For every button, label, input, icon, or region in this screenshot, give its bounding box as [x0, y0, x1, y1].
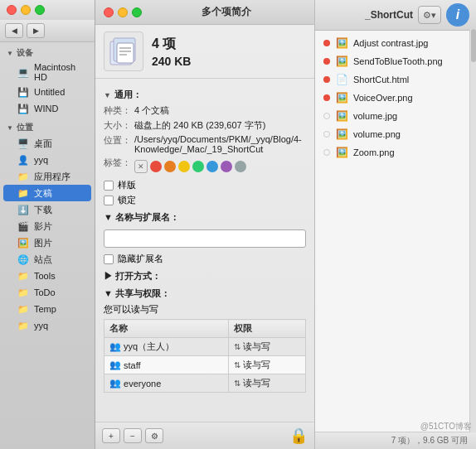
file-name-4: volume.jpg [353, 111, 397, 121]
pictures-icon: 🖼️ [17, 236, 30, 249]
file-name-2: ShortCut.html [353, 75, 409, 84]
name-section-header[interactable]: ▼ 名称与扩展名： [104, 211, 306, 224]
minimize-button[interactable] [21, 5, 31, 15]
sidebar: ◀ ▶ ▼ 设备 💻 Macintosh HD 💾 Untitled 💾 WIN… [0, 0, 95, 449]
file-name-3: VoiceOver.png [353, 93, 413, 103]
file-dot-2 [323, 76, 330, 83]
movies-icon: 🎬 [17, 220, 30, 233]
sample-checkbox[interactable] [104, 181, 114, 191]
share-desc: 您可以读与写 [104, 303, 158, 316]
scrollbar-thumb[interactable] [471, 29, 476, 62]
sidebar-item-sites[interactable]: 🌐 站点 [0, 251, 95, 268]
triangle-locations: ▼ [7, 124, 13, 132]
tags-label: 标签： [104, 157, 131, 169]
tag-green[interactable] [192, 161, 204, 172]
general-triangle: ▼ [104, 91, 111, 99]
todo-icon: 📁 [17, 286, 30, 299]
main-area: 多个项简介 4 项 240 KB ▼ 通 [95, 0, 476, 449]
settings-permission-button[interactable]: ⚙ [145, 428, 163, 443]
hide-extension-row: 隐藏扩展名 [104, 253, 306, 265]
list-item[interactable]: 🖼️ volume.jpg [315, 107, 476, 125]
sidebar-item-yyq1[interactable]: 👤 yyq [0, 152, 95, 168]
list-item[interactable]: 🖼️ volume.png [315, 125, 476, 143]
share-perm-yyq[interactable]: ⇅ 读与写 [228, 338, 305, 356]
lock-icon[interactable]: 🔒 [289, 427, 308, 445]
triangle-devices: ▼ [7, 50, 13, 57]
sidebar-item-macintosh-hd[interactable]: 💻 Macintosh HD [0, 60, 95, 84]
sidebar-item-yyq2[interactable]: 📁 yyq [0, 317, 95, 334]
info-minimize-button[interactable] [118, 7, 128, 17]
info-maximize-button[interactable] [132, 7, 142, 17]
sidebar-item-applications[interactable]: 📁 应用程序 [0, 168, 95, 185]
file-icon-0: 🖼️ [335, 36, 348, 50]
share-section-header[interactable]: ▼ 共享与权限： [104, 287, 306, 300]
back-button[interactable]: ◀ [5, 23, 23, 38]
list-item[interactable]: 📄 ShortCut.html [315, 70, 476, 89]
info-header-right: 4 项 240 KB [152, 36, 191, 68]
sidebar-item-downloads[interactable]: ⬇️ 下载 [0, 201, 95, 218]
sample-checkbox-row: 样版 [104, 179, 306, 191]
close-button[interactable] [7, 5, 17, 15]
tag-purple[interactable] [221, 161, 232, 172]
file-list-settings-button[interactable]: ⚙▾ [418, 6, 441, 24]
share-table-header-permission: 权限 [228, 320, 305, 338]
sidebar-item-todo[interactable]: 📁 ToDo [0, 284, 95, 301]
info-close-button[interactable] [104, 7, 114, 17]
locked-checkbox[interactable] [104, 196, 114, 205]
file-list-toolbar: _ShortCut ⚙▾ i [315, 0, 476, 31]
sidebar-item-documents[interactable]: 📁 文稿 [3, 185, 91, 201]
tag-gray[interactable] [235, 161, 246, 172]
forward-button[interactable]: ▶ [27, 23, 45, 38]
sidebar-item-tools[interactable]: 📁 Tools [0, 268, 95, 284]
sidebar-item-desktop[interactable]: 🖥️ 桌面 [0, 135, 95, 152]
tag-orange[interactable] [164, 161, 176, 172]
open-with-section-header[interactable]: ▶ 打开方式： [104, 270, 306, 282]
tag-clear-button[interactable]: ✕ [134, 160, 148, 173]
user-icon-staff: 👥 [109, 360, 121, 371]
share-table: 名称 权限 👥 yyq（主人） ⇅ 读与写 [104, 319, 306, 393]
sidebar-section-locations: ▼ 位置 [0, 117, 95, 135]
sidebar-item-movies[interactable]: 🎬 影片 [0, 218, 95, 234]
file-icon-2: 📄 [335, 73, 348, 86]
perm-arrows-yyq: ⇅ [234, 342, 240, 351]
documents-icon: 📁 [17, 186, 30, 200]
list-item[interactable]: 🖼️ Zoom.png [315, 143, 476, 162]
hide-extension-checkbox[interactable] [104, 254, 114, 264]
list-item[interactable]: 🖼️ VoiceOver.png [315, 89, 476, 107]
size-value: 磁盘上的 240 KB (239,607 字节) [134, 119, 306, 132]
perm-arrows-everyone: ⇅ [234, 379, 240, 388]
location-row: 位置： /Users/yyq/Documents/PKM/_yyq/Blog/4… [104, 134, 306, 154]
location-value: /Users/yyq/Documents/PKM/_yyq/Blog/4-Kno… [134, 134, 306, 154]
info-titlebar: 多个项简介 [95, 0, 314, 25]
share-perm-everyone[interactable]: ⇅ 读与写 [228, 374, 305, 393]
sidebar-item-temp[interactable]: 📁 Temp [0, 301, 95, 317]
file-name-6: Zoom.png [353, 147, 395, 157]
tag-blue[interactable] [206, 161, 218, 172]
desktop-icon: 🖥️ [17, 137, 30, 150]
file-name-0: Adjust contrast.jpg [353, 38, 429, 48]
share-perm-staff[interactable]: ⇅ 读与写 [228, 356, 305, 374]
sample-label: 样版 [118, 179, 136, 191]
file-dot-5 [323, 131, 330, 138]
sidebar-item-pictures[interactable]: 🖼️ 图片 [0, 234, 95, 251]
list-item[interactable]: 🖼️ Adjust contrast.jpg [315, 34, 476, 52]
tag-yellow[interactable] [178, 161, 190, 172]
general-section-header[interactable]: ▼ 通用： [104, 89, 306, 101]
remove-permission-button[interactable]: − [124, 428, 142, 443]
tag-red[interactable] [150, 161, 162, 172]
sidebar-item-untitled[interactable]: 💾 Untitled [0, 84, 95, 100]
name-input[interactable] [104, 229, 306, 248]
locked-label: 锁定 [118, 194, 136, 206]
file-dot-0 [323, 40, 330, 46]
list-item[interactable]: 🖼️ SendToBlueTooth.png [315, 52, 476, 70]
maximize-button[interactable] [35, 5, 45, 15]
sidebar-item-wind[interactable]: 💾 WIND [0, 100, 95, 117]
general-label: 通用： [114, 89, 142, 101]
file-name-1: SendToBlueTooth.png [353, 56, 443, 66]
scrollbar-track[interactable] [469, 29, 476, 432]
add-permission-button[interactable]: + [102, 428, 120, 443]
file-list-title: _ShortCut [365, 9, 413, 21]
file-icon-6: 🖼️ [335, 146, 348, 159]
file-list-info-button[interactable]: i [446, 3, 469, 27]
kind-row: 种类： 4 个文稿 [104, 104, 306, 117]
